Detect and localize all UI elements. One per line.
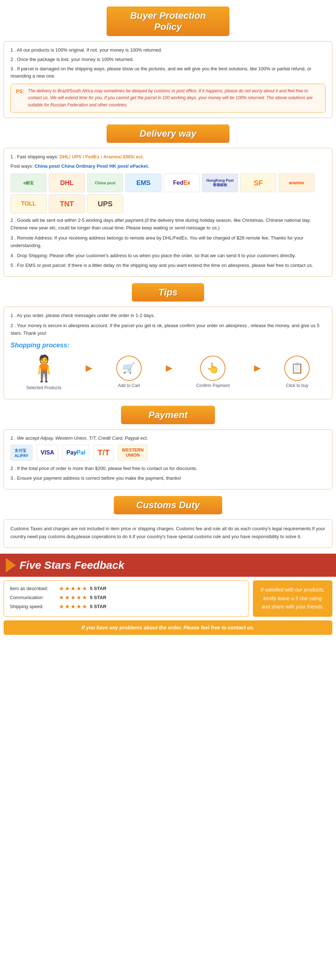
process-label-3: Click to buy	[286, 383, 308, 388]
delivery-title: Delivery way	[139, 128, 197, 139]
buyer-protection-section: Buyer Protection Policy 1 . All our prod…	[0, 6, 336, 118]
process-row: 🧍 Selected Products ▶ 🛒 Add to Cart ▶ 👆 …	[11, 354, 325, 394]
ps-text: The delivery to Brazil/South Africa may …	[28, 88, 320, 108]
tips-box: 1 . As you order, please check messages …	[3, 307, 333, 399]
post-ways-text: Post ways: China post/ China Ordinary Po…	[11, 163, 325, 170]
delivery-point-5: 5 . For EMS or post parcel: if there is …	[11, 262, 325, 269]
pay-logo-wu: WESTERNUNION	[118, 445, 147, 461]
ps-box: PS: The delivery to Brazil/South Africa …	[11, 84, 325, 113]
delivery-section: Delivery way 1 . Fast shipping ways: DHL…	[0, 124, 336, 277]
logo-epbao: e邮宝	[11, 173, 46, 192]
delivery-box: 1 . Fast shipping ways: DHL/ UPS / FedEx…	[3, 148, 333, 277]
payment-section: Payment 1 . We accept Alipay, Western Un…	[0, 406, 336, 490]
star-count-1: 5 STAR	[90, 595, 106, 600]
arrow-3: ▶	[254, 364, 260, 373]
process-step-2: 👆 Confirm Payment	[196, 356, 230, 388]
feedback-section: Five Stars Feedback Item as described: ★…	[0, 554, 336, 635]
payment-point-3: 3 . Ensure your payment address is corre…	[11, 475, 325, 482]
payment-point-1: 1 . We accept Alipay, Western Union, T/T…	[11, 434, 325, 442]
delivery-point-3: 3 . Remote Address: If your receiving ad…	[11, 234, 325, 250]
shopping-process-title: Shopping process:	[11, 342, 325, 349]
star-label-0: Item as described:	[10, 586, 57, 591]
logo-tnt: TNT	[49, 194, 85, 213]
bp-point-3: 3 . If parcel is damaged on the shipping…	[11, 65, 325, 80]
visa-text: VISA	[41, 449, 54, 456]
tips-section: Tips 1 . As you order, please check mess…	[0, 283, 336, 399]
pay-logo-tt: T/T	[94, 445, 114, 461]
payment-title: Payment	[149, 409, 187, 420]
tips-point-2: 2 . Your money is secure in aliexpress a…	[11, 322, 325, 337]
customs-section: Customs Duty Customs Taxes and charges a…	[0, 496, 336, 548]
pay-logo-paypal: PayPal	[62, 445, 89, 461]
buyer-protection-box: 1 . All our products is 100% original. I…	[3, 41, 333, 118]
buyer-protection-title: Buyer Protection Policy	[130, 10, 206, 32]
buyer-protection-banner: Buyer Protection Policy	[107, 6, 229, 36]
process-label-2: Confirm Payment	[196, 383, 230, 388]
stars-2: ★★★★★	[59, 603, 88, 610]
alipay-text: 支付宝ALIPAY	[14, 448, 29, 458]
contact-bar: If you have any problems about the order…	[3, 620, 333, 635]
tips-title: Tips	[158, 287, 178, 298]
arrow-2: ▶	[166, 364, 172, 373]
payment-logos: 支付宝ALIPAY VISA PayPal T/T WESTERNUNION	[11, 445, 325, 461]
logo-ups: UPS	[87, 194, 123, 213]
process-person-step: 🧍 Selected Products	[26, 356, 61, 390]
bp-point-2: 2 . Once the package is lost, your money…	[11, 56, 325, 64]
logo-grid: e邮宝 DHL China post EMS FedEx HongKong Po…	[11, 173, 325, 213]
person-icon: 🧍	[28, 356, 59, 381]
star-label-1: Communication:	[10, 595, 57, 600]
star-row-0: Item as described: ★★★★★ 5 STAR	[10, 585, 242, 592]
customs-box: Customs Taxes and charges are not includ…	[3, 519, 333, 548]
post-ways-carriers: China post/ China Ordinary Post/ HK post…	[34, 163, 149, 169]
feedback-header: Five Stars Feedback	[0, 554, 336, 577]
process-icon-1: 🛒	[116, 356, 142, 381]
tips-point-1: 1 . As you order, please check messages …	[11, 312, 325, 320]
stars-1: ★★★★★	[59, 594, 88, 601]
arrow-1: ▶	[86, 364, 92, 373]
process-step-1: 🛒 Add to Cart	[116, 356, 142, 388]
star-label-2: Shipping speed:	[10, 604, 57, 609]
logo-chinapost: China post	[87, 173, 123, 192]
logo-ems: EMS	[125, 173, 162, 192]
wu-text: WESTERNUNION	[122, 448, 144, 458]
feedback-right-text: If satisfied with our products, kindly l…	[259, 586, 326, 611]
logo-aramex: aramex	[278, 173, 315, 192]
logo-hkpost: HongKong Post香港邮政	[202, 173, 238, 192]
feedback-left: Item as described: ★★★★★ 5 STAR Communic…	[3, 581, 248, 617]
process-label-1: Add to Cart	[118, 383, 140, 388]
feedback-title: Five Stars Feedback	[19, 559, 124, 571]
fast-shipping-text: 1 . Fast shipping ways: DHL/ UPS / FedEx…	[11, 153, 325, 161]
delivery-point-2: 2 . Goods will be sent out within 2-5 wo…	[11, 217, 325, 232]
logo-sf: SF	[240, 173, 277, 192]
delivery-point-4: 4 . Drop Shipping: Please offer your cus…	[11, 252, 325, 260]
process-label-0: Selected Products	[26, 385, 61, 390]
pay-logo-visa: VISA	[37, 445, 58, 461]
payment-box: 1 . We accept Alipay, Western Union, T/T…	[3, 429, 333, 490]
tips-banner: Tips	[132, 283, 204, 302]
customs-text: Customs Taxes and charges are not includ…	[11, 525, 325, 541]
payment-point-2: 2 . If the total price of order is more …	[11, 465, 325, 473]
payment-banner: Payment	[121, 406, 215, 424]
customs-title: Customs Duty	[136, 500, 200, 511]
fast-shipping-carriers: DHL/ UPS / FedEx / Aramex/ EMS/ ect.	[59, 154, 144, 159]
delivery-banner: Delivery way	[107, 124, 229, 143]
feedback-content: Item as described: ★★★★★ 5 STAR Communic…	[3, 581, 333, 617]
star-count-2: 5 STAR	[90, 604, 106, 609]
bp-point-1: 1 . All our products is 100% original. I…	[11, 46, 325, 54]
star-row-1: Communication: ★★★★★ 5 STAR	[10, 594, 242, 601]
process-icon-2: 👆	[200, 356, 226, 381]
star-count-0: 5 STAR	[90, 586, 106, 591]
process-step-3: 📋 Click to buy	[284, 356, 310, 388]
logo-toll: TOLL	[11, 194, 46, 213]
logo-fedex: FedEx	[164, 173, 200, 192]
feedback-right: If satisfied with our products, kindly l…	[253, 581, 333, 617]
paypal-text: PayPal	[67, 449, 85, 456]
ps-label: PS:	[16, 88, 24, 108]
star-row-2: Shipping speed: ★★★★★ 5 STAR	[10, 603, 242, 610]
feedback-triangle	[6, 558, 16, 573]
tt-text: T/T	[98, 448, 109, 457]
customs-banner: Customs Duty	[114, 496, 222, 514]
stars-0: ★★★★★	[59, 585, 88, 592]
pay-logo-alipay: 支付宝ALIPAY	[11, 445, 32, 461]
logo-dhl: DHL	[49, 173, 85, 192]
